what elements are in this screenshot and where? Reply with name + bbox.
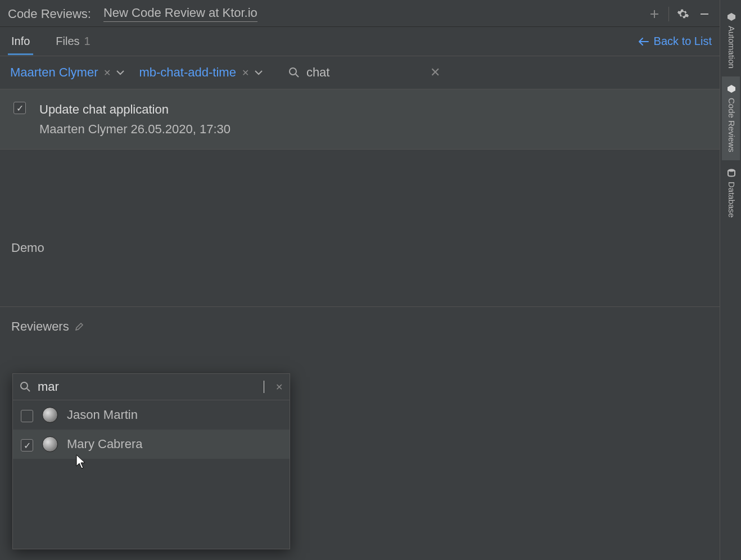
chevron-down-icon[interactable]: [116, 70, 124, 75]
tab-info[interactable]: Info: [8, 28, 33, 55]
reviewers-section: Reviewers: [0, 307, 720, 340]
search-icon: [20, 381, 31, 392]
reviewer-search-clear-icon[interactable]: ✕: [275, 382, 283, 392]
author-filter-label: Maarten Clymer: [10, 65, 98, 80]
commit-search: ✕: [288, 65, 440, 80]
panel-header: Code Reviews: New Code Review at Ktor.io: [0, 0, 720, 27]
rail-database[interactable]: Database: [722, 160, 740, 225]
filters: Maarten Clymer ✕ mb-chat-add-time ✕ ✕: [0, 56, 720, 89]
svg-point-1: [21, 382, 28, 389]
right-tool-rail: Automation Code Reviews Database: [720, 0, 741, 560]
reviewer-option[interactable]: Jason Martin: [13, 400, 290, 430]
commit-list: Update chat application Maarten Clymer 2…: [0, 89, 720, 150]
minimize-icon[interactable]: [697, 7, 712, 21]
rail-database-label: Database: [727, 182, 737, 218]
gear-icon[interactable]: [676, 7, 690, 21]
divider: [668, 7, 669, 21]
search-icon: [288, 67, 300, 78]
rail-automation-label: Automation: [727, 26, 737, 69]
tabs: Info Files 1 Back to List: [0, 27, 720, 56]
avatar: [42, 436, 58, 452]
author-filter[interactable]: Maarten Clymer ✕: [10, 65, 124, 80]
tab-files-count: 1: [84, 35, 91, 48]
chevron-down-icon[interactable]: [255, 70, 263, 75]
reviewers-label: Reviewers: [11, 319, 708, 334]
rail-code-reviews[interactable]: Code Reviews: [722, 76, 740, 160]
add-icon[interactable]: [647, 7, 662, 21]
panel-title: Code Reviews:: [8, 7, 91, 21]
svg-point-0: [290, 68, 296, 75]
author-filter-clear-icon[interactable]: ✕: [102, 67, 112, 78]
database-icon: [727, 168, 736, 177]
demo-label: Demo: [11, 241, 708, 255]
branch-filter[interactable]: mb-chat-add-time ✕: [139, 65, 262, 80]
arrow-left-icon: [638, 37, 649, 46]
reviewer-search-input[interactable]: [38, 380, 256, 394]
reviewer-checkbox[interactable]: [21, 439, 33, 451]
tab-files-label: Files: [56, 35, 79, 48]
commit-row[interactable]: Update chat application Maarten Clymer 2…: [0, 89, 720, 149]
commit-meta: Maarten Clymer 26.05.2020, 17:30: [39, 119, 231, 139]
commit-search-clear-icon[interactable]: ✕: [430, 65, 440, 80]
reviewers-label-text: Reviewers: [11, 319, 69, 334]
tab-files[interactable]: Files 1: [52, 28, 93, 55]
reviewer-option[interactable]: Mary Cabrera: [13, 430, 290, 459]
text-caret: [264, 381, 264, 393]
branch-filter-label: mb-chat-add-time: [139, 65, 236, 80]
review-title[interactable]: New Code Review at Ktor.io: [103, 6, 257, 22]
rail-code-reviews-label: Code Reviews: [727, 98, 737, 152]
branch-filter-clear-icon[interactable]: ✕: [241, 67, 250, 78]
rail-automation[interactable]: Automation: [722, 4, 740, 76]
tab-info-label: Info: [11, 35, 30, 48]
demo-section: Demo: [0, 228, 720, 307]
reviewer-checkbox[interactable]: [21, 410, 33, 422]
back-to-list-label: Back to List: [654, 35, 712, 48]
code-reviews-icon: [727, 84, 736, 93]
edit-reviewers-icon[interactable]: [75, 322, 84, 331]
avatar: [42, 407, 58, 423]
svg-point-2: [728, 169, 735, 171]
commit-title: Update chat application: [39, 100, 231, 119]
commit-search-input[interactable]: [306, 65, 419, 80]
commit-checkbox[interactable]: [13, 102, 26, 114]
reviewer-search-row: ✕: [13, 374, 290, 400]
reviewer-name: Jason Martin: [67, 408, 138, 422]
reviewer-picker-popup: ✕ Jason Martin Mary Cabrera: [12, 373, 290, 549]
reviewer-name: Mary Cabrera: [67, 437, 142, 451]
back-to-list-link[interactable]: Back to List: [638, 35, 712, 48]
automation-icon: [727, 12, 736, 21]
